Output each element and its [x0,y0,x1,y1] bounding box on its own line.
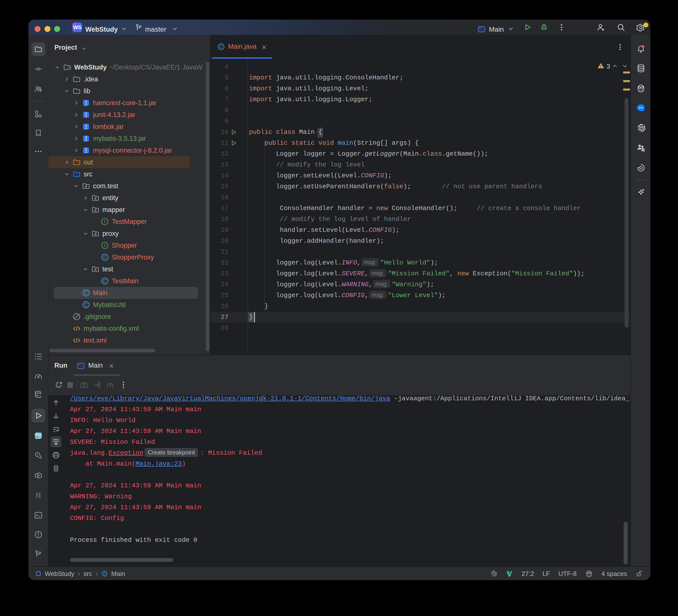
svg-text:?: ? [39,88,42,94]
